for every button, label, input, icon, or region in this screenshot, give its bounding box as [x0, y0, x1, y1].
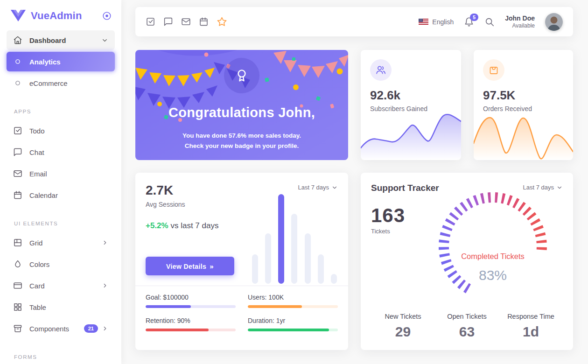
congrats-line2: Check your new badge in your profile.: [135, 141, 348, 151]
response-time-stat: Response Time 1d: [499, 313, 563, 340]
sidebar-item-ecommerce[interactable]: eCommerce: [7, 73, 115, 93]
stat-label: Response Time: [499, 313, 563, 320]
sidebar-item-card[interactable]: Card: [7, 276, 115, 295]
congrats-subtitle: You have done 57.6% more sales today. Ch…: [135, 131, 348, 151]
section-label-apps: APPS: [14, 109, 107, 114]
chevron-right-icon: [102, 282, 108, 289]
sidebar-menu: Dashboard Analytics eCommerce APPS: [0, 28, 121, 360]
users-label: Users: 100K: [248, 294, 338, 301]
sidebar-item-label: Chat: [29, 148, 44, 156]
avg-sessions-range-select[interactable]: Last 7 days: [298, 184, 338, 191]
sidebar-item-dashboard[interactable]: Dashboard: [7, 30, 115, 50]
top-navbar: English 5 John Doe Available: [135, 7, 573, 36]
sidebar-item-calendar[interactable]: Calendar: [7, 185, 115, 205]
chat-shortcut-icon[interactable]: [163, 17, 173, 27]
support-tracker-card: Support Tracker Last 7 days 163 Tickets: [361, 173, 573, 350]
notifications-button[interactable]: 5: [464, 17, 474, 27]
notification-count-badge: 5: [470, 14, 478, 21]
brand-name: VueAdmin: [31, 10, 102, 22]
stat-value: 63: [435, 324, 499, 340]
email-shortcut-icon[interactable]: [181, 17, 191, 27]
bookmark-star-icon[interactable]: [217, 16, 227, 27]
bar: [331, 274, 337, 284]
sidebar-item-todo[interactable]: Todo: [7, 121, 115, 140]
delta-suffix: vs last 7 days: [170, 221, 218, 230]
users-icon: [370, 59, 392, 81]
sidebar-item-label: Table: [29, 303, 46, 311]
navbar-right: English 5 John Doe Available: [419, 13, 563, 31]
goal-progress: Goal: $100000: [146, 294, 236, 308]
double-chevron-icon: »: [210, 262, 214, 270]
sidebar-item-chat[interactable]: Chat: [7, 142, 115, 162]
sidebar-item-components[interactable]: Components 21: [7, 319, 115, 338]
congrats-line1: You have done 57.6% more sales today.: [135, 131, 348, 141]
chevron-down-icon: [101, 37, 108, 44]
search-icon[interactable]: [484, 17, 495, 27]
subscribers-value: 92.6k: [370, 88, 452, 103]
bar: [265, 233, 271, 284]
layout-grid-icon: [13, 238, 22, 247]
user-name: John Doe: [505, 14, 535, 22]
circle-icon: [14, 80, 21, 86]
avatar[interactable]: [545, 13, 563, 31]
sidebar-item-colors[interactable]: Colors: [7, 254, 115, 274]
goals-progress-grid: Goal: $100000 Users: 100K Retention: 90%…: [146, 294, 338, 331]
shopping-bag-icon: [483, 59, 504, 81]
avg-sessions-card: Last 7 days 2.7K Avg Sessions +5.2% vs l…: [135, 173, 348, 350]
sidebar-item-label: Todo: [29, 127, 45, 135]
sidebar-item-label: eCommerce: [29, 79, 68, 87]
delta-value: +5.2%: [146, 221, 168, 230]
sidebar-item-email[interactable]: Email: [7, 164, 115, 183]
duration-progress: Duration: 1yr: [248, 317, 338, 331]
subscribers-gained-card: 92.6k Subscribers Gained: [361, 50, 461, 160]
orders-area-chart: [474, 112, 573, 160]
sidebar-item-label: Analytics: [29, 58, 61, 66]
components-count-badge: 21: [84, 324, 98, 333]
gauge-percent: 83%: [423, 267, 563, 283]
calendar-shortcut-icon[interactable]: [199, 17, 209, 27]
stat-value: 1d: [499, 324, 563, 340]
gauge-center: Completed Tickets 83%: [423, 252, 563, 283]
users-progress-bar: [248, 305, 338, 308]
chevron-down-icon: [331, 184, 338, 191]
range-label: Last 7 days: [298, 184, 329, 191]
sidebar-item-label: Dashboard: [29, 36, 66, 44]
circle-icon: [14, 58, 21, 65]
sidebar: VueAdmin Dashboard Analytics: [0, 0, 121, 364]
sessions-bar-chart: [252, 194, 337, 284]
language-selector[interactable]: English: [419, 18, 454, 26]
bar: [291, 214, 297, 284]
goal-label: Goal: $100000: [146, 294, 236, 301]
congratulations-card: Congratulations John, You have done 57.6…: [135, 50, 348, 160]
chevron-right-icon: [102, 239, 108, 246]
gauge-label: Completed Tickets: [423, 252, 563, 261]
sidebar-item-table[interactable]: Table: [7, 297, 115, 317]
section-label-forms: FORMS: [14, 354, 107, 360]
sidebar-item-label: Colors: [29, 260, 49, 268]
credit-card-icon: [13, 281, 22, 290]
sidebar-item-grid[interactable]: Grid: [7, 233, 115, 252]
top-cards-row: Congratulations John, You have done 57.6…: [135, 50, 573, 160]
user-status: Available: [505, 22, 535, 30]
logo-row: VueAdmin: [0, 0, 121, 28]
retention-progress: Retention: 90%: [146, 317, 236, 331]
bar: [318, 254, 324, 284]
brand-logo-icon: [10, 9, 26, 22]
duration-label: Duration: 1yr: [248, 317, 338, 324]
menu-collapse-toggle-icon[interactable]: [102, 11, 112, 21]
user-menu[interactable]: John Doe Available: [505, 14, 535, 30]
view-details-button[interactable]: View Details»: [146, 257, 234, 275]
divider: [135, 286, 348, 286]
view-details-label: View Details: [166, 263, 206, 270]
stat-label: New Tickets: [371, 313, 435, 320]
bottom-cards-row: Last 7 days 2.7K Avg Sessions +5.2% vs l…: [135, 173, 573, 350]
todo-shortcut-icon[interactable]: [146, 17, 155, 27]
sidebar-item-analytics[interactable]: Analytics: [7, 52, 115, 71]
archive-icon: [13, 324, 22, 333]
award-icon: [224, 58, 259, 93]
new-tickets-stat: New Tickets 29: [371, 313, 435, 340]
subscribers-area-chart: [361, 111, 461, 160]
section-label-ui-elements: UI ELEMENTS: [14, 221, 107, 226]
bar: [278, 194, 284, 284]
bar: [305, 233, 311, 284]
